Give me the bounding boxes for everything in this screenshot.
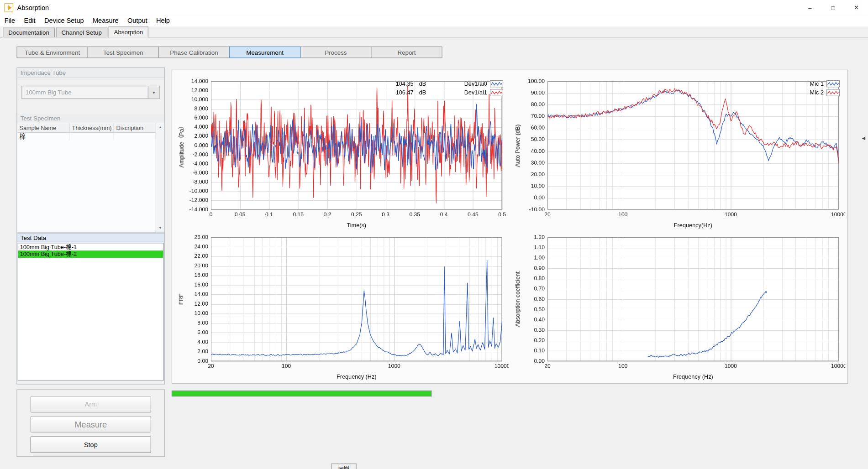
x-axis-label: Frequency (Hz) [547, 373, 839, 380]
impedance-tube-section: 100mm Big Tube ▼ [17, 78, 164, 114]
menu-item-device-setup[interactable]: Device Setup [40, 15, 88, 26]
specimen-table-body: 棉 [17, 133, 156, 232]
subtab-report[interactable]: Report [371, 47, 442, 58]
column-header-discription[interactable]: Discription [114, 123, 156, 132]
specimen-row[interactable]: 棉 [17, 133, 156, 141]
menu-item-file[interactable]: File [0, 15, 20, 26]
app-window: Absorption – □ ✕ FileEditDevice SetupMea… [0, 0, 868, 469]
waveform-legend-icon [826, 89, 840, 96]
frf-plot-canvas [177, 232, 509, 381]
level-readouts: 104.35dB106.47dB [388, 79, 426, 97]
readout-value: 104.35 [388, 80, 414, 87]
maximize-button[interactable]: □ [821, 0, 845, 15]
close-button[interactable]: ✕ [845, 0, 868, 15]
window-controls: – □ ✕ [798, 0, 868, 15]
column-header-thickness-mm[interactable]: Thickness(mm) [70, 123, 114, 132]
specimen-table-header: Sample NameThickness(mm)Discription [17, 123, 164, 133]
legend-label: Dev1/ai1 [464, 89, 487, 96]
titlebar: Absorption – □ ✕ [0, 0, 868, 15]
collapse-arrow-icon[interactable]: ◀ [862, 135, 865, 141]
impedance-tube-value: 100mm Big Tube [22, 86, 147, 99]
legend-item[interactable]: Dev1/ai1 [464, 88, 503, 97]
tab-documentation[interactable]: Documentation [3, 28, 55, 37]
sidebar: Impendace Tube 100mm Big Tube ▼ Test Spe… [16, 68, 165, 385]
subtab-process[interactable]: Process [300, 47, 371, 58]
test-data-item[interactable]: 100mm Big Tube-棉-2 [18, 250, 163, 258]
subtab-tube-environment[interactable]: Tube & Environment [16, 47, 88, 58]
stop-button[interactable]: Stop [31, 437, 151, 453]
column-header-sample-name[interactable]: Sample Name [17, 123, 70, 132]
readout-row: 106.47dB [388, 88, 426, 97]
play-arrow-icon [7, 5, 11, 10]
absorption-coefficient-plot-canvas [513, 232, 845, 381]
menu-item-edit[interactable]: Edit [20, 15, 40, 26]
impedance-tube-select[interactable]: 100mm Big Tube ▼ [21, 86, 160, 99]
legend-label: Mic 2 [810, 89, 824, 96]
readout-unit: dB [419, 80, 426, 87]
sub-tabstrip: Tube & EnvironmentTest SpecimenPhase Cal… [16, 47, 442, 58]
specimen-scrollbar[interactable]: ▲ ▼ [156, 123, 164, 232]
subtab-phase-calibration[interactable]: Phase Calibration [158, 47, 230, 58]
legend-item[interactable]: Mic 2 [810, 88, 840, 97]
waveform-legend-icon [490, 89, 503, 96]
impedance-tube-label: Impendace Tube [17, 68, 164, 78]
readout-value: 106.47 [388, 89, 414, 96]
waveform-legend-icon [490, 80, 503, 87]
menu-item-measure[interactable]: Measure [88, 15, 123, 26]
y-axis-label: FRF [177, 237, 185, 361]
tab-channel-setup[interactable]: Channel Setup [56, 28, 107, 37]
readout-unit: dB [419, 89, 426, 96]
legend-label: Mic 1 [810, 80, 824, 87]
tab-absorption[interactable]: Absorption [108, 26, 148, 37]
menubar: FileEditDevice SetupMeasureOutputHelp [0, 15, 868, 26]
menu-item-output[interactable]: Output [123, 15, 152, 26]
dropdown-arrow-icon[interactable]: ▼ [148, 86, 159, 99]
plot-legend: Dev1/ai0Dev1/ai1 [464, 79, 503, 97]
x-axis-label: Frequency (Hz) [211, 373, 502, 380]
x-axis-label: Time(s) [211, 222, 502, 229]
test-data-section: 100mm Big Tube-棉-1100mm Big Tube-棉-2 [17, 242, 164, 384]
specimen-cell: 棉 [17, 133, 70, 141]
progress-bar [172, 391, 432, 396]
y-axis-label: Amplitude（Pa） [177, 81, 185, 209]
chart-time-waveform: Amplitude（Pa）Time(s)104.35dB106.47dBDev1… [177, 76, 509, 229]
chart-absorption-coefficient: Absorption coefficientFrequency (Hz) [513, 232, 845, 381]
test-data-item[interactable]: 100mm Big Tube-棉-1 [18, 243, 163, 250]
subtab-test-specimen[interactable]: Test Specimen [88, 47, 159, 58]
legend-item[interactable]: Dev1/ai0 [464, 79, 503, 88]
main-tabstrip: DocumentationChannel SetupAbsorption [0, 26, 868, 37]
menu-item-help[interactable]: Help [152, 15, 174, 26]
y-axis-label: Auto Power (dB) [514, 81, 521, 209]
subtab-measurement[interactable]: Measurement [229, 47, 300, 58]
arm-button[interactable]: Arm [31, 396, 151, 412]
action-panel: Arm Measure Stop [16, 390, 165, 457]
plot-legend: Mic 1Mic 2 [810, 79, 840, 97]
test-specimen-label: Test Specimen [17, 114, 164, 124]
measure-button[interactable]: Measure [31, 416, 151, 433]
legend-label: Dev1/ai0 [464, 80, 487, 87]
readout-row: 104.35dB [388, 79, 426, 88]
minimize-button[interactable]: – [798, 0, 821, 15]
legend-item[interactable]: Mic 1 [810, 79, 840, 88]
scroll-up-icon[interactable]: ▲ [156, 124, 164, 131]
waveform-legend-icon [826, 80, 840, 87]
y-axis-label: Absorption coefficient [514, 237, 521, 361]
auto-power-plot-canvas [513, 76, 845, 229]
app-icon [5, 3, 13, 12]
test-data-list: 100mm Big Tube-棉-1100mm Big Tube-棉-2 [18, 243, 164, 380]
bottom-partial-tab[interactable]: 画图 [331, 464, 357, 469]
specimen-cell [70, 133, 114, 141]
scroll-down-icon[interactable]: ▼ [156, 224, 164, 232]
progress-fill [172, 391, 431, 396]
test-data-label: Test Data [17, 233, 164, 242]
specimen-cell [114, 133, 156, 141]
specimen-table: Sample NameThickness(mm)Discription 棉 ▲ … [17, 123, 164, 233]
time-waveform-plot-canvas [177, 76, 509, 229]
scale-wrapper: Absorption – □ ✕ FileEditDevice SetupMea… [0, 0, 868, 469]
chart-auto-power: Auto Power (dB)Frequency(Hz)Mic 1Mic 2 [513, 76, 845, 229]
chart-panel: Amplitude（Pa）Time(s)104.35dB106.47dBDev1… [172, 70, 848, 384]
window-title: Absorption [17, 4, 49, 11]
chart-frf: FRFFrequency (Hz) [177, 232, 509, 381]
x-axis-label: Frequency(Hz) [547, 222, 839, 229]
